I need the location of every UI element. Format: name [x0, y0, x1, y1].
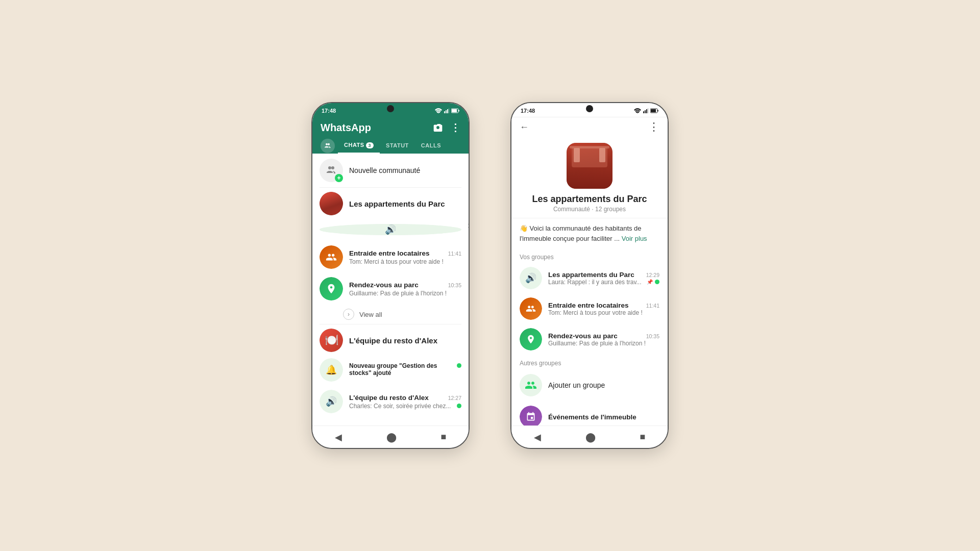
wa-title-row: WhatsApp ⋮	[321, 121, 460, 134]
community-resto-header[interactable]: 🍽️ L'équipe du resto d'Alex	[312, 324, 469, 354]
unread-dot-right-appart	[655, 280, 659, 284]
community-hero-subtitle: Communauté · 12 groupes	[553, 206, 626, 213]
chat-info-entraide: Entraide entre locataires 11:41 Tom: Mer…	[349, 249, 461, 265]
svg-point-12	[637, 113, 638, 113]
svg-rect-14	[645, 110, 646, 113]
chat-item-entraide[interactable]: Entraide entre locataires 11:41 Tom: Mer…	[312, 241, 469, 273]
community-hero-name: Les appartements du Parc	[532, 194, 647, 205]
tab-statut[interactable]: STATUT	[380, 138, 415, 154]
svg-point-11	[331, 166, 334, 169]
evenements-info: Événements de l'immeuble	[548, 413, 659, 421]
chat-item-gestion[interactable]: 🔔 Nouveau groupe "Gestion des stocks" aj…	[312, 354, 469, 386]
community-appart-header[interactable]: Les appartements du Parc	[312, 188, 469, 217]
svg-rect-4	[449, 108, 449, 113]
community-description: 👋 Voici la communauté des habitants de l…	[511, 218, 668, 248]
voir-plus-link[interactable]: Voir plus	[622, 235, 647, 242]
view-all-row[interactable]: › View all	[312, 305, 469, 324]
new-community-row[interactable]: + Nouvelle communauté	[312, 154, 469, 187]
svg-point-0	[438, 113, 439, 113]
svg-rect-6	[452, 109, 457, 112]
back-button-1[interactable]: ◀	[330, 430, 347, 445]
tabs-row: CHATS3 STATUT CALLS	[321, 138, 460, 154]
svg-point-8	[326, 143, 328, 145]
more-menu-icon[interactable]: ⋮	[450, 121, 460, 134]
right-info-entraide: Entraide entre locataires 11:41 Tom: Mer…	[548, 302, 659, 316]
chat-avatar-entraide	[320, 245, 343, 269]
chat-name-rdv: Rendez-vous au parc	[349, 281, 419, 289]
right-preview-appart: Laura: Rappel : il y aura des trav...	[548, 279, 645, 286]
right-group-entraide[interactable]: Entraide entre locataires 11:41 Tom: Mer…	[511, 293, 668, 324]
chat-preview-resto-alex: Charles: Ce soir, soirée privée chez...	[349, 403, 455, 410]
pin-icon-right-appart: 📌	[647, 279, 653, 285]
right-time-appart: 12:29	[646, 272, 659, 278]
chat-name-resto-alex: L'équipe du resto d'Alex	[349, 394, 429, 402]
signal-icon	[444, 108, 449, 113]
chat-item-appart-parc[interactable]: 🔊 Les appartements du Parc 12:29 Laura: …	[312, 217, 469, 241]
signal-icon-2	[643, 108, 648, 113]
right-name-rdv: Rendez-vous au parc	[548, 332, 618, 340]
home-button-p2[interactable]: ⬤	[580, 430, 601, 445]
chat-avatar-resto-alex: 🔊	[320, 390, 343, 413]
autres-groupes-label: Autres groupes	[511, 355, 668, 369]
evenements-name: Événements de l'immeuble	[548, 413, 636, 421]
chat-list: + Nouvelle communauté Les appartements d…	[312, 154, 469, 425]
right-time-rdv: 10:35	[646, 333, 659, 339]
chat-item-rdv-parc[interactable]: Rendez-vous au parc 10:35 Guillaume: Pas…	[312, 273, 469, 305]
app-title: WhatsApp	[321, 122, 371, 134]
community-detail-header: ← ⋮	[511, 117, 668, 137]
svg-rect-19	[657, 110, 658, 111]
right-avatar-rdv	[520, 328, 542, 350]
wifi-icon	[435, 108, 442, 113]
tab-calls[interactable]: CALLS	[415, 138, 447, 154]
notch-2	[586, 105, 593, 112]
chat-info-gestion: Nouveau groupe "Gestion des stocks" ajou…	[349, 362, 461, 378]
tab-chats[interactable]: CHATS3	[338, 138, 380, 154]
tab-community-icon[interactable]	[321, 139, 335, 153]
svg-rect-15	[646, 109, 647, 113]
battery-icon	[451, 108, 459, 113]
view-all-arrow-icon: ›	[343, 309, 354, 320]
evenements-item[interactable]: Événements de l'immeuble	[511, 402, 668, 425]
chat-avatar-appart: 🔊	[320, 224, 461, 235]
svg-rect-7	[458, 110, 459, 112]
right-avatar-appart: 🔊	[520, 267, 542, 289]
right-info-rdv: Rendez-vous au parc 10:35 Guillaume: Pas…	[548, 332, 659, 347]
add-group-icon	[520, 374, 542, 396]
new-community-label: Nouvelle communauté	[349, 166, 420, 174]
chat-info-resto-alex: L'équipe du resto d'Alex 12:27 Charles: …	[349, 394, 461, 410]
bottom-nav-2: ◀ ⬤ ■	[511, 425, 668, 448]
chat-preview-entraide: Tom: Merci à tous pour votre aide !	[349, 258, 461, 265]
more-button-2[interactable]: ⋮	[648, 120, 659, 134]
community-resto-name: L'équipe du resto d'Alex	[349, 336, 437, 345]
recent-button-p2[interactable]: ■	[635, 430, 651, 444]
notch-1	[387, 105, 394, 112]
chat-time-rdv: 10:35	[448, 282, 461, 288]
recent-button-1[interactable]: ■	[436, 430, 452, 444]
svg-rect-3	[447, 109, 448, 113]
home-button-1[interactable]: ⬤	[381, 430, 402, 445]
community-resto-avatar: 🍽️	[320, 329, 343, 352]
community-icon	[324, 142, 332, 150]
right-preview-rdv: Guillaume: Pas de pluie à l'horizon !	[548, 340, 659, 347]
right-preview-entraide: Tom: Merci à tous pour votre aide !	[548, 309, 659, 316]
right-avatar-entraide	[520, 297, 542, 320]
right-group-rdv[interactable]: Rendez-vous au parc 10:35 Guillaume: Pas…	[511, 324, 668, 355]
svg-rect-18	[651, 109, 656, 112]
chat-item-resto-alex[interactable]: 🔊 L'équipe du resto d'Alex 12:27 Charles…	[312, 386, 469, 417]
svg-rect-1	[444, 111, 445, 113]
wa-action-icons: ⋮	[433, 121, 460, 134]
phone-2: 17:48 ← ⋮ Les appartements du Parc	[510, 102, 669, 449]
phone-1: 17:48 WhatsApp ⋮ CHATS3 STATUT	[311, 102, 470, 449]
chat-name-gestion: Nouveau groupe "Gestion des stocks" ajou…	[349, 362, 451, 377]
chat-preview-rdv: Guillaume: Pas de pluie à l'horizon !	[349, 290, 461, 297]
svg-point-9	[328, 143, 330, 145]
add-group-item[interactable]: Ajouter un groupe	[511, 369, 668, 402]
chat-info-rdv: Rendez-vous au parc 10:35 Guillaume: Pas…	[349, 281, 461, 297]
camera-icon[interactable]	[433, 122, 443, 133]
right-group-appart[interactable]: 🔊 Les appartements du Parc 12:29 Laura: …	[511, 263, 668, 293]
right-time-entraide: 11:41	[646, 303, 659, 309]
back-button-2[interactable]: ←	[520, 122, 529, 133]
status-icons-2	[634, 108, 658, 113]
back-button-p2[interactable]: ◀	[529, 430, 546, 445]
status-icons-1	[435, 108, 459, 113]
